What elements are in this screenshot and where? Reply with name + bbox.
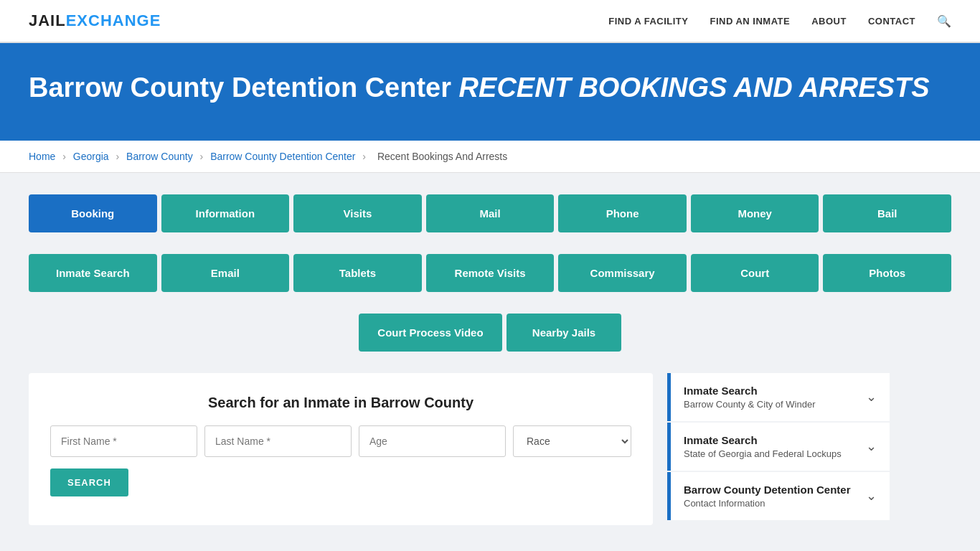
content-area: Search for an Inmate in Barrow County Ra… bbox=[29, 373, 951, 525]
breadcrumb-sep-2: › bbox=[116, 151, 120, 162]
sidebar-item-title-2: Inmate Search bbox=[684, 434, 842, 446]
race-select[interactable]: Race White Black Hispanic Asian Other bbox=[513, 425, 631, 457]
button-grid-row2: Inmate Search Email Tablets Remote Visit… bbox=[29, 254, 951, 292]
first-name-input[interactable] bbox=[50, 425, 197, 457]
breadcrumb-barrow-county[interactable]: Barrow County bbox=[126, 151, 193, 162]
search-title: Search for an Inmate in Barrow County bbox=[50, 395, 631, 411]
nav-links: FIND A FACILITY FIND AN INMATE ABOUT CON… bbox=[608, 14, 951, 28]
sidebar-panel: Inmate Search Barrow County & City of Wi… bbox=[667, 373, 890, 522]
navbar: JAILEXCHANGE FIND A FACILITY FIND AN INM… bbox=[0, 0, 980, 43]
breadcrumb-home[interactable]: Home bbox=[29, 151, 55, 162]
btn-nearby-jails[interactable]: Nearby Jails bbox=[507, 314, 621, 352]
nav-find-inmate[interactable]: FIND AN INMATE bbox=[710, 16, 790, 27]
sidebar-item-inmate-search-georgia[interactable]: Inmate Search State of Georgia and Feder… bbox=[667, 423, 890, 471]
page-title: Barrow County Detention Center RECENT BO… bbox=[29, 72, 951, 105]
search-inputs: Race White Black Hispanic Asian Other bbox=[50, 425, 631, 457]
search-button[interactable]: SEARCH bbox=[50, 468, 128, 496]
btn-visits[interactable]: Visits bbox=[293, 194, 422, 232]
main-content: Booking Information Visits Mail Phone Mo… bbox=[0, 173, 980, 547]
age-input[interactable] bbox=[359, 425, 506, 457]
nav-about[interactable]: ABOUT bbox=[811, 16, 847, 27]
breadcrumb-sep-1: › bbox=[62, 151, 66, 162]
btn-inmate-search[interactable]: Inmate Search bbox=[29, 254, 157, 292]
last-name-input[interactable] bbox=[204, 425, 352, 457]
breadcrumb-sep-4: › bbox=[362, 151, 366, 162]
btn-booking[interactable]: Booking bbox=[29, 194, 157, 232]
btn-bail[interactable]: Bail bbox=[823, 194, 951, 232]
btn-commissary[interactable]: Commissary bbox=[558, 254, 687, 292]
breadcrumb-sep-3: › bbox=[200, 151, 204, 162]
chevron-down-icon-1: ⌄ bbox=[866, 389, 877, 405]
sidebar-item-title-3: Barrow County Detention Center bbox=[684, 484, 851, 496]
button-grid-row3: Court Process Video Nearby Jails bbox=[29, 314, 951, 352]
nav-find-facility[interactable]: FIND A FACILITY bbox=[608, 16, 688, 27]
breadcrumb: Home › Georgia › Barrow County › Barrow … bbox=[0, 141, 980, 173]
logo-exchange: EXCHANGE bbox=[66, 11, 161, 29]
button-grid: Booking Information Visits Mail Phone Mo… bbox=[29, 194, 951, 232]
search-icon[interactable]: 🔍 bbox=[937, 14, 951, 28]
search-panel: Search for an Inmate in Barrow County Ra… bbox=[29, 373, 653, 525]
logo[interactable]: JAILEXCHANGE bbox=[29, 11, 161, 30]
btn-remote-visits[interactable]: Remote Visits bbox=[426, 254, 555, 292]
btn-money[interactable]: Money bbox=[691, 194, 819, 232]
btn-mail[interactable]: Mail bbox=[426, 194, 555, 232]
btn-phone[interactable]: Phone bbox=[558, 194, 687, 232]
breadcrumb-detention-center[interactable]: Barrow County Detention Center bbox=[210, 151, 355, 162]
btn-tablets[interactable]: Tablets bbox=[293, 254, 422, 292]
chevron-down-icon-2: ⌄ bbox=[866, 438, 877, 454]
logo-jail: JAIL bbox=[29, 11, 66, 29]
btn-court[interactable]: Court bbox=[691, 254, 819, 292]
sidebar-item-inmate-search-barrow[interactable]: Inmate Search Barrow County & City of Wi… bbox=[667, 373, 890, 421]
sidebar-item-title-1: Inmate Search bbox=[684, 385, 816, 397]
breadcrumb-current: Recent Bookings And Arrests bbox=[377, 151, 507, 162]
sidebar-item-contact-info[interactable]: Barrow County Detention Center Contact I… bbox=[667, 472, 890, 520]
sidebar-item-sub-3: Contact Information bbox=[684, 498, 851, 509]
btn-court-process-video[interactable]: Court Process Video bbox=[359, 314, 502, 352]
btn-email[interactable]: Email bbox=[161, 254, 290, 292]
sidebar-item-sub-2: State of Georgia and Federal Lockups bbox=[684, 448, 842, 459]
breadcrumb-georgia[interactable]: Georgia bbox=[73, 151, 109, 162]
sidebar-item-sub-1: Barrow County & City of Winder bbox=[684, 399, 816, 410]
btn-photos[interactable]: Photos bbox=[823, 254, 951, 292]
chevron-down-icon-3: ⌄ bbox=[866, 488, 877, 504]
btn-information[interactable]: Information bbox=[161, 194, 290, 232]
nav-contact[interactable]: CONTACT bbox=[868, 16, 915, 27]
hero-section: Barrow County Detention Center RECENT BO… bbox=[0, 43, 980, 141]
